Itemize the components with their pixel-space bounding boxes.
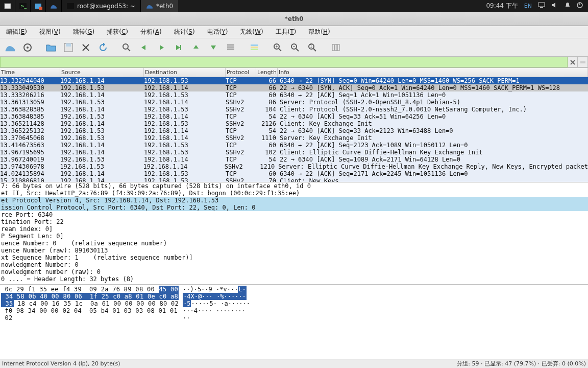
reload-button[interactable] bbox=[96, 40, 110, 55]
display-icon[interactable] bbox=[538, 2, 545, 10]
column-header-time[interactable]: Time bbox=[0, 68, 60, 77]
svg-rect-22 bbox=[180, 45, 181, 50]
find-button[interactable] bbox=[119, 40, 134, 55]
resize-columns-button[interactable] bbox=[329, 40, 343, 55]
packet-row[interactable]: 13.332944040192.168.1.14192.168.1.53TCP6… bbox=[0, 77, 588, 84]
go-first-button[interactable] bbox=[189, 40, 203, 55]
taskbar-window-wireshark[interactable]: *eth0 bbox=[140, 0, 178, 12]
filter-apply-button[interactable] bbox=[578, 57, 588, 67]
detail-line[interactable]: nowledgment Number: 0 bbox=[0, 261, 588, 268]
menu-w[interactable]: 无线(W) bbox=[235, 26, 268, 38]
window-title: *eth0 bbox=[284, 15, 303, 22]
hex-row[interactable]: 35 18 c4 00 16 35 1c 0a 61 00 00 00 00 8… bbox=[1, 300, 587, 307]
jump-to-button[interactable] bbox=[172, 40, 186, 55]
svg-point-17 bbox=[123, 44, 128, 49]
detail-line[interactable]: P Segment Len: 0] bbox=[0, 233, 588, 240]
detail-line[interactable]: ission Control Protocol, Src Port: 6340,… bbox=[0, 204, 588, 211]
packet-row[interactable]: 13.370645068192.168.1.53192.168.1.14SSHv… bbox=[0, 134, 588, 142]
column-header-info[interactable]: Info bbox=[278, 68, 588, 77]
packet-row[interactable]: 13.333049530192.168.1.53192.168.1.14TCP6… bbox=[0, 84, 588, 91]
filter-clear-button[interactable] bbox=[568, 57, 578, 67]
svg-rect-46 bbox=[580, 61, 585, 63]
go-back-button[interactable] bbox=[137, 40, 151, 55]
hex-row[interactable]: f0 98 34 00 00 02 04 05 b4 01 03 03 08 0… bbox=[1, 307, 587, 314]
packet-list-header[interactable]: Time Source Destination Protocol Length … bbox=[0, 68, 588, 77]
menu-a[interactable]: 分析(A) bbox=[135, 26, 167, 38]
svg-rect-25 bbox=[227, 44, 234, 45]
auto-scroll-button[interactable] bbox=[224, 40, 238, 55]
menu-e[interactable]: 编辑(E) bbox=[1, 26, 32, 38]
launcher-app3[interactable] bbox=[31, 0, 46, 12]
packet-row[interactable]: 15.210806810192.168.1.14192.168.1.53SSHv… bbox=[0, 177, 588, 182]
detail-line[interactable]: xt Sequence Number: 1 (relative sequence… bbox=[0, 254, 588, 261]
menu-g[interactable]: 跳转(G) bbox=[68, 26, 100, 38]
column-header-protocol[interactable]: Protocol bbox=[226, 68, 256, 77]
column-header-destination[interactable]: Destination bbox=[144, 68, 226, 77]
capture-options-button[interactable] bbox=[20, 40, 35, 55]
packet-row[interactable]: 13.967240019192.168.1.53192.168.1.14TCP5… bbox=[0, 156, 588, 163]
detail-line[interactable]: tination Port: 22 bbox=[0, 218, 588, 225]
zoom-out-button[interactable] bbox=[288, 40, 302, 55]
packet-row[interactable]: 14.024135894192.168.1.14192.168.1.53TCP6… bbox=[0, 170, 588, 177]
detail-line[interactable]: et Protocol Version 4, Src: 192.168.1.14… bbox=[0, 197, 588, 204]
window-titlebar: *eth0 bbox=[0, 12, 588, 26]
launcher-app1[interactable] bbox=[0, 0, 15, 12]
packet-row[interactable]: 13.363848385192.168.1.53192.168.1.14TCP5… bbox=[0, 113, 588, 120]
packet-row[interactable]: 13.333206216192.168.1.14192.168.1.53TCP6… bbox=[0, 91, 588, 99]
detail-line[interactable]: ream index: 0] bbox=[0, 225, 588, 233]
column-header-length[interactable]: Length bbox=[256, 68, 278, 77]
menu-y[interactable]: 电话(Y) bbox=[202, 26, 233, 38]
power-icon[interactable] bbox=[577, 2, 583, 10]
taskbar-window-terminal[interactable]: root@xuegod53: ~ bbox=[61, 0, 140, 12]
menu-h[interactable]: 帮助(H) bbox=[303, 26, 335, 38]
go-last-button[interactable] bbox=[206, 40, 220, 55]
svg-rect-43 bbox=[337, 44, 339, 51]
ime-indicator[interactable]: EN bbox=[524, 3, 532, 9]
volume-icon[interactable] bbox=[551, 2, 558, 10]
display-filter-input[interactable] bbox=[0, 57, 568, 67]
display-filter-bar bbox=[0, 57, 588, 68]
start-capture-button[interactable] bbox=[3, 40, 17, 55]
packet-row[interactable]: 13.365211428192.168.1.14192.168.1.53SSHv… bbox=[0, 120, 588, 127]
menu-t[interactable]: 工具(T) bbox=[271, 26, 302, 38]
notifications-icon[interactable] bbox=[565, 2, 571, 10]
packet-details-pane[interactable]: 7: 66 bytes on wire (528 bits), 66 bytes… bbox=[0, 182, 588, 285]
svg-text:1: 1 bbox=[310, 44, 312, 49]
packet-row[interactable]: 13.974306978192.168.1.53192.168.1.14SSHv… bbox=[0, 163, 588, 170]
zoom-in-button[interactable] bbox=[271, 40, 285, 55]
go-forward-button[interactable] bbox=[154, 40, 168, 55]
detail-line[interactable]: uence Number (raw): 891030113 bbox=[0, 247, 588, 254]
detail-line[interactable]: rce Port: 6340 bbox=[0, 211, 588, 218]
detail-line[interactable]: uence Number: 0 (relative sequence numbe… bbox=[0, 240, 588, 247]
menu-v[interactable]: 视图(V) bbox=[34, 26, 66, 38]
svg-rect-30 bbox=[251, 49, 258, 50]
packet-row[interactable]: 13.414673563192.168.1.14192.168.1.53TCP6… bbox=[0, 142, 588, 149]
packet-row[interactable]: 13.967195695192.168.1.14192.168.1.53SSHv… bbox=[0, 149, 588, 156]
packet-row[interactable]: 13.361313059192.168.1.53192.168.1.14SSHv… bbox=[0, 99, 588, 106]
detail-line[interactable]: et II, Src: HewlettP_2a:76:89 (f4:39:09:… bbox=[0, 190, 588, 197]
column-header-source[interactable]: Source bbox=[60, 68, 144, 77]
detail-line[interactable]: 7: 66 bytes on wire (528 bits), 66 bytes… bbox=[0, 182, 588, 190]
close-file-button[interactable] bbox=[79, 40, 93, 55]
save-file-button[interactable] bbox=[61, 40, 76, 55]
menu-s[interactable]: 统计(S) bbox=[169, 26, 200, 38]
colorize-button[interactable] bbox=[247, 40, 261, 55]
svg-rect-29 bbox=[251, 47, 258, 48]
hex-row[interactable]: 34 58 0b 40 00 80 06 1f 25 c0 a8 01 0e c… bbox=[1, 293, 587, 300]
open-file-button[interactable] bbox=[44, 40, 58, 55]
taskbar-window-wireshark-title: *eth0 bbox=[156, 3, 173, 10]
launcher-wireshark-icon[interactable] bbox=[46, 0, 61, 12]
packet-bytes-pane[interactable]: 0c 29 f1 35 ee f4 39 09 2a 76 89 08 00 4… bbox=[0, 285, 588, 359]
svg-line-39 bbox=[313, 49, 316, 51]
hex-row[interactable]: 0c 29 f1 35 ee f4 39 09 2a 76 89 08 00 4… bbox=[1, 286, 587, 293]
packet-row[interactable]: 13.365225132192.168.1.53192.168.1.14TCP5… bbox=[0, 127, 588, 134]
hex-row[interactable]: 02·· bbox=[1, 314, 587, 321]
statusbar-protocol-label: Internet Protocol Version 4 (ip), 20 byt… bbox=[2, 360, 120, 367]
svg-rect-41 bbox=[332, 44, 334, 51]
launcher-terminal[interactable]: >_ bbox=[15, 0, 31, 12]
detail-line[interactable]: nowledgment number (raw): 0 bbox=[0, 268, 588, 275]
packet-row[interactable]: 13.363828385192.168.1.14192.168.1.53SSHv… bbox=[0, 106, 588, 113]
menu-c[interactable]: 捕获(C) bbox=[102, 26, 133, 38]
detail-line[interactable]: 0 .... = Header Length: 32 bytes (8) bbox=[0, 275, 588, 283]
zoom-reset-button[interactable]: 1 bbox=[305, 40, 320, 55]
